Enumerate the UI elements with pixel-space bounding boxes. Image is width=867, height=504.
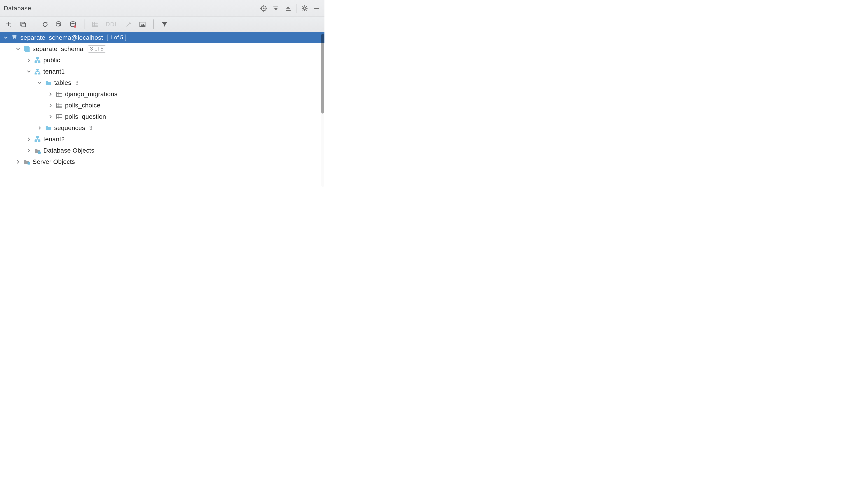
table-icon (55, 102, 63, 109)
chevron-right-icon[interactable] (48, 114, 53, 119)
count-badge: 3 of 5 (88, 45, 106, 53)
schema-icon (34, 68, 41, 75)
tree-count: 3 (89, 125, 92, 131)
refresh-icon[interactable] (41, 19, 50, 29)
tree-label: separate_schema@localhost (20, 34, 103, 41)
tree-label: tenant2 (43, 136, 65, 143)
svg-rect-46 (36, 136, 39, 138)
gear-icon[interactable] (300, 4, 309, 12)
stop-datasource-icon[interactable] (69, 19, 78, 29)
tree-table-django-migrations[interactable]: django_migrations (0, 88, 324, 100)
chevron-down-icon[interactable] (3, 35, 9, 40)
svg-rect-7 (74, 25, 76, 28)
svg-rect-31 (56, 92, 62, 96)
table-view-icon (91, 19, 100, 29)
tree-server-objects[interactable]: Server Objects (0, 156, 324, 168)
svg-point-6 (71, 22, 75, 23)
svg-point-2 (303, 7, 306, 10)
postgres-icon (11, 34, 18, 41)
count-badge: 1 of 5 (107, 34, 126, 41)
target-icon[interactable] (260, 4, 268, 12)
navigate-icon (124, 19, 133, 29)
tree-label: django_migrations (65, 90, 117, 98)
panel-header-actions (260, 4, 321, 13)
panel-title: Database (3, 5, 31, 12)
chevron-right-icon[interactable] (26, 137, 32, 142)
tree-datasource[interactable]: separate_schema@localhost 1 of 5 (0, 32, 324, 43)
tree-label: Server Objects (32, 158, 75, 165)
tree-database[interactable]: separate_schema 3 of 5 (0, 43, 324, 55)
tree-schema-tenant1[interactable]: tenant1 (0, 66, 324, 77)
tree-label: tables (54, 79, 71, 86)
database-icon (23, 45, 30, 53)
tree-table-polls-question[interactable]: polls_question (0, 111, 324, 122)
tree-tables-folder[interactable]: tables 3 (0, 77, 324, 88)
folder-icon (45, 124, 52, 131)
tree-table-polls-choice[interactable]: polls_choice (0, 100, 324, 111)
query-console-icon[interactable]: QL (138, 19, 147, 29)
tree-label: Database Objects (43, 147, 94, 154)
svg-point-5 (56, 22, 61, 23)
table-icon (55, 90, 63, 98)
schema-icon (34, 57, 41, 64)
svg-rect-47 (34, 140, 37, 142)
svg-rect-26 (38, 73, 40, 75)
minimize-icon[interactable] (313, 4, 321, 12)
toolbar-divider-2 (84, 19, 84, 29)
svg-rect-8 (93, 22, 98, 26)
tree-label: tenant1 (43, 68, 65, 75)
toolbar-divider-1 (34, 19, 34, 29)
toolbar-divider-3 (153, 19, 154, 29)
svg-rect-4 (22, 23, 25, 27)
svg-rect-24 (36, 68, 39, 71)
tree-database-objects[interactable]: Database Objects (0, 145, 324, 156)
svg-text:QL: QL (141, 23, 145, 26)
panel-header: Database (0, 0, 324, 17)
svg-rect-19 (38, 61, 40, 63)
chevron-right-icon[interactable] (48, 103, 53, 108)
tree-schema-tenant2[interactable]: tenant2 (0, 133, 324, 145)
toolbar: DDL QL (0, 17, 324, 32)
chevron-right-icon[interactable] (26, 148, 32, 153)
vertical-scrollbar[interactable] (321, 34, 324, 187)
database-objects-icon (34, 147, 41, 154)
duplicate-icon[interactable] (19, 19, 28, 29)
database-tree: separate_schema@localhost 1 of 5 separat… (0, 32, 324, 189)
folder-icon (45, 79, 52, 86)
chevron-down-icon[interactable] (15, 46, 21, 52)
server-objects-icon (23, 158, 30, 165)
schema-icon (34, 136, 41, 143)
chevron-right-icon[interactable] (48, 92, 53, 97)
chevron-right-icon[interactable] (15, 159, 21, 164)
table-icon (55, 113, 63, 120)
expand-all-icon[interactable] (272, 4, 280, 12)
svg-rect-17 (36, 57, 39, 59)
tree-count: 3 (75, 80, 78, 86)
tree-label: separate_schema (32, 45, 84, 53)
tree-label: polls_question (65, 113, 106, 120)
chevron-down-icon[interactable] (26, 69, 32, 74)
tree-viewport: separate_schema@localhost 1 of 5 separat… (0, 32, 324, 189)
svg-rect-41 (56, 115, 62, 119)
svg-rect-25 (34, 73, 37, 75)
scrollbar-thumb[interactable] (321, 34, 324, 114)
header-divider (296, 4, 297, 13)
svg-point-1 (263, 8, 265, 9)
ddl-button: DDL (105, 19, 119, 29)
tree-label: public (43, 57, 60, 64)
chevron-down-icon[interactable] (37, 80, 42, 86)
tree-sequences-folder[interactable]: sequences 3 (0, 122, 324, 133)
add-icon[interactable] (4, 19, 13, 29)
tree-label: sequences (54, 124, 85, 131)
tree-label: polls_choice (65, 102, 100, 109)
tree-schema-public[interactable]: public (0, 55, 324, 66)
svg-rect-18 (34, 61, 37, 63)
chevron-right-icon[interactable] (26, 57, 32, 63)
collapse-all-icon[interactable] (284, 4, 292, 12)
filter-icon[interactable] (160, 19, 169, 29)
svg-rect-16 (25, 47, 30, 52)
chevron-right-icon[interactable] (37, 125, 42, 131)
svg-rect-36 (56, 103, 62, 108)
svg-rect-48 (38, 140, 40, 142)
datasource-properties-icon[interactable] (55, 19, 64, 29)
